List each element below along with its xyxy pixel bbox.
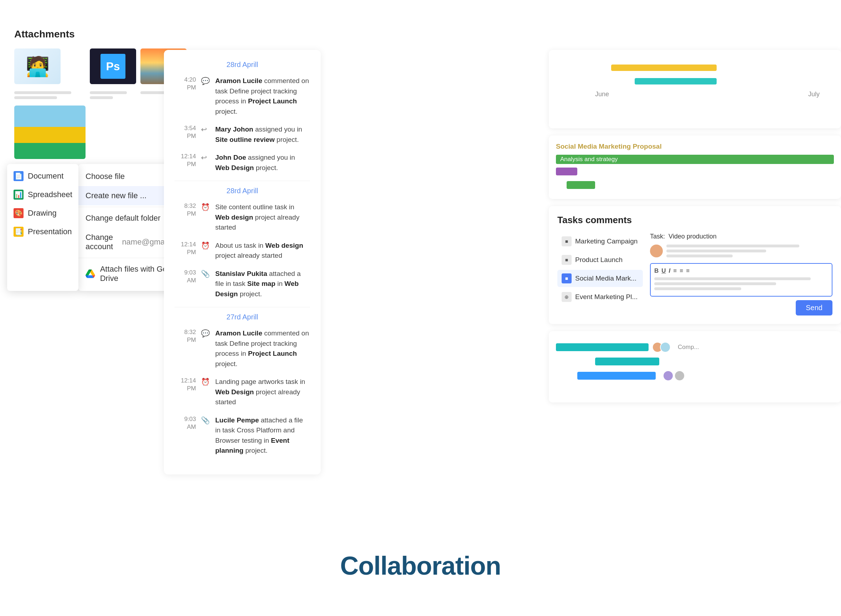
feed-time-2: 12:14PM [174,153,196,168]
gantt-bottom: Comp... [549,331,841,402]
tc-avatar-1 [650,245,663,257]
tc-send-row: Send [650,300,832,315]
tb-underline[interactable]: U [661,267,666,274]
feed-text-8: Lucile Pempe attached a file in task Cro… [215,415,310,456]
gb-row-1: Comp... [556,342,834,353]
gantt-bottom-bars: Comp... [556,338,834,381]
gantt-bar-green2 [567,181,595,189]
tc-toolbar: B U I ≡ ≡ ≡ [654,267,828,274]
feed-item-3: 8:32PM ⏰ Site content outline task in We… [174,202,310,233]
gantt-analysis-bar: Analysis and strategy [556,155,834,164]
tc-icon-event: ⊕ [562,292,571,302]
send-button[interactable]: Send [796,300,832,315]
feed-time-8: 9:03AM [174,415,196,431]
gb-bar-teal-1 [556,343,649,351]
tc-icon-social: ■ [562,273,571,283]
menu-item-spreadsheet[interactable]: 📊 Spreadsheet [7,185,78,204]
attachment-meta-2 [90,91,136,101]
tb-italic[interactable]: I [669,267,671,274]
tc-label-product: Product Launch [575,256,623,264]
gb-avatars-1 [652,342,671,353]
gb-bar-teal-2 [595,358,659,365]
avatar-3 [663,370,674,381]
avatar-2 [660,342,671,353]
feed-item-5: 9:03AM 📎 Stanislav Pukita attached a fil… [174,269,310,299]
file-type-menu: 📄 Document 📊 Spreadsheet 🎨 Drawing 📑 Pre… [7,164,78,291]
tc-title: Tasks comments [557,215,832,226]
assign-icon-2: ↩ [201,153,210,163]
feed-time-7: 12:14PM [174,377,196,393]
feed-date-2: 28rd Aprill [174,187,310,195]
pres-icon: 📑 [13,227,23,237]
feed-time-5: 9:03AM [174,269,196,285]
attach-icon-5: 📎 [201,270,210,279]
tc-icon-marketing: ■ [562,236,571,246]
month-july: July [708,91,834,98]
gantt-small-bars-row2 [556,181,834,192]
attachment-illustration: 🧑‍💻 [14,48,61,84]
attachment-meta-1 [14,91,85,101]
attach-icon-8: 📎 [201,416,210,425]
menu-item-presentation[interactable]: 📑 Presentation [7,223,78,241]
tc-item-product[interactable]: ■ Product Launch [557,251,643,268]
feed-date-3: 27rd Aprill [174,313,310,321]
collaboration-text: Collaboration [340,551,501,580]
gb-label-comp: Comp... [678,344,699,351]
clock-icon-7: ⏰ [201,377,210,387]
tc-comment-area: Task: Video production B U [650,233,832,315]
tb-list1[interactable]: ≡ [673,267,677,274]
feed-item-6: 8:32PM 💬 Aramon Lucile commented on task… [174,328,310,369]
menu-item-drawing[interactable]: 🎨 Drawing [7,204,78,223]
gantt-bar-teal [635,78,716,85]
tb-list2[interactable]: ≡ [680,267,683,274]
right-panel: June July Social Media Marketing Proposa… [549,50,841,402]
google-drive-icon [85,268,95,280]
tc-item-marketing[interactable]: ■ Marketing Campaign [557,233,643,250]
doc-icon: 📄 [13,171,23,181]
attachment-sunflowers [14,106,85,159]
gantt-rows [556,63,834,86]
gantt-bar-purple [556,167,577,175]
gantt-bar-gold [611,65,716,71]
ctx-create-new-label: Create new file ... [85,191,147,200]
attachments-title: Attachments [14,28,164,40]
tb-bold[interactable]: B [654,267,659,274]
feed-date-1: 28rd Aprill [174,61,310,69]
attachments-grid: 🧑‍💻 Ps [14,48,164,159]
tc-item-event[interactable]: ⊕ Event Marketing Pl... [557,288,643,305]
comment-icon-0: 💬 [201,77,210,86]
month-june: June [595,91,708,98]
menu-label-document: Document [28,172,63,181]
feed-time-3: 8:32PM [174,202,196,218]
ctx-change-account-label: Change account [85,233,119,251]
ctx-choose-file-label: Choose file [85,172,125,181]
tc-body: ■ Marketing Campaign ■ Product Launch ■ … [557,233,832,315]
tc-icon-product: ■ [562,255,571,265]
attachment-photoshop: Ps [90,48,136,84]
menu-label-presentation: Presentation [28,227,72,236]
tc-item-social[interactable]: ■ Social Media Mark... [557,270,643,287]
tc-project-list: ■ Marketing Campaign ■ Product Launch ■ … [557,233,643,315]
clock-icon-3: ⏰ [201,203,210,212]
feed-text-1: Mary Johon assigned you in Site outline … [215,125,310,145]
gb-bar-blue-1 [577,372,656,380]
clock-icon-4: ⏰ [201,241,210,251]
attachments-panel: Attachments 🧑‍💻 Ps [14,28,164,159]
menu-label-spreadsheet: Spreadsheet [28,190,72,199]
feed-divider-1 [174,181,310,181]
tc-editor[interactable]: B U I ≡ ≡ ≡ [650,263,832,296]
tasks-comments-panel: Tasks comments ■ Marketing Campaign ■ Pr… [549,206,841,324]
tc-task-value: Video production [668,233,716,240]
feed-item-4: 12:14PM ⏰ About us task in Web design pr… [174,241,310,261]
gantt-row-1 [556,63,834,73]
feed-text-3: Site content outline task in Web design … [215,202,310,233]
tc-comment-row-1 [650,245,832,260]
tb-list3[interactable]: ≡ [686,267,690,274]
tc-task-info: Task: Video production [650,233,832,240]
gb-row-2 [556,358,834,365]
menu-item-document[interactable]: 📄 Document [7,167,78,185]
ctx-change-folder-label: Change default folder [85,214,160,223]
tc-label-social: Social Media Mark... [575,274,636,282]
tc-label-marketing: Marketing Campaign [575,238,637,245]
gantt-small-bars-row [556,167,834,178]
